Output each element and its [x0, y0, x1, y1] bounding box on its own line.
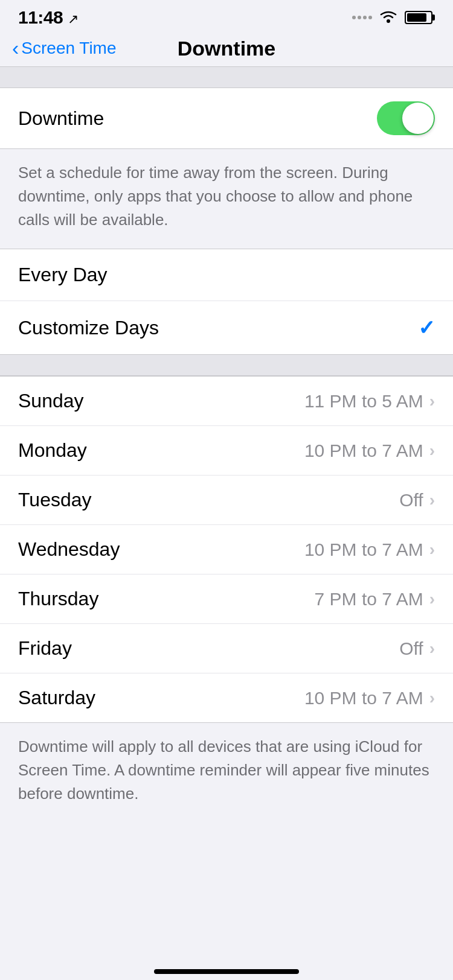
tuesday-row[interactable]: Tuesday Off › — [0, 476, 453, 525]
customize-days-row[interactable]: Customize Days ✓ — [0, 301, 453, 354]
schedule-section: Every Day Customize Days ✓ — [0, 249, 453, 354]
chevron-right-icon: › — [429, 540, 435, 559]
every-day-row[interactable]: Every Day — [0, 249, 453, 301]
back-chevron-icon: ‹ — [12, 37, 19, 58]
time-text: 11:48 — [18, 7, 63, 27]
tuesday-time: Off › — [399, 490, 435, 511]
wednesday-row[interactable]: Wednesday 10 PM to 7 AM › — [0, 525, 453, 574]
friday-time-text: Off — [399, 638, 423, 659]
chevron-right-icon: › — [429, 392, 435, 411]
section-separator — [0, 66, 453, 88]
page-title: Downtime — [178, 37, 275, 60]
section-separator-2 — [0, 354, 453, 376]
tuesday-time-text: Off — [399, 490, 423, 511]
downtime-toggle-row: Downtime — [0, 88, 453, 148]
wifi-icon — [378, 9, 399, 26]
wednesday-label: Wednesday — [18, 538, 120, 561]
thursday-row[interactable]: Thursday 7 PM to 7 AM › — [0, 574, 453, 624]
bottom-spacer — [0, 822, 453, 871]
downtime-label: Downtime — [18, 107, 104, 130]
saturday-time-text: 10 PM to 7 AM — [304, 688, 423, 708]
back-label: Screen Time — [21, 39, 116, 58]
downtime-toggle[interactable] — [377, 101, 435, 135]
signal-icon — [352, 16, 372, 19]
thursday-time: 7 PM to 7 AM › — [315, 589, 435, 609]
days-section: Sunday 11 PM to 5 AM › Monday 10 PM to 7… — [0, 376, 453, 723]
chevron-right-icon: › — [429, 441, 435, 460]
svg-point-0 — [387, 19, 390, 23]
chevron-right-icon: › — [429, 639, 435, 658]
thursday-label: Thursday — [18, 588, 98, 610]
sunday-label: Sunday — [18, 390, 84, 412]
thursday-time-text: 7 PM to 7 AM — [315, 589, 423, 609]
wednesday-time: 10 PM to 7 AM › — [304, 539, 435, 560]
wednesday-time-text: 10 PM to 7 AM — [304, 539, 423, 560]
sunday-row[interactable]: Sunday 11 PM to 5 AM › — [0, 377, 453, 426]
tuesday-label: Tuesday — [18, 489, 92, 511]
status-bar: 11:48 ↗ — [0, 0, 453, 33]
checkmark-icon: ✓ — [418, 316, 435, 340]
battery-icon — [405, 11, 435, 24]
description-text: Set a schedule for time away from the sc… — [18, 161, 435, 232]
home-bar — [154, 969, 299, 974]
chevron-right-icon: › — [429, 689, 435, 708]
saturday-row[interactable]: Saturday 10 PM to 7 AM › — [0, 673, 453, 722]
sunday-time-text: 11 PM to 5 AM — [304, 391, 423, 412]
nav-bar: ‹ Screen Time Downtime — [0, 33, 453, 66]
monday-row[interactable]: Monday 10 PM to 7 AM › — [0, 426, 453, 476]
home-indicator — [0, 957, 453, 980]
saturday-time: 10 PM to 7 AM › — [304, 688, 435, 708]
description-section: Set a schedule for time away from the sc… — [0, 148, 453, 249]
toggle-knob — [402, 103, 434, 134]
status-time: 11:48 ↗ — [18, 7, 79, 28]
footer-note-text: Downtime will apply to all devices that … — [18, 735, 435, 806]
status-icons — [352, 9, 435, 26]
monday-time: 10 PM to 7 AM › — [304, 441, 435, 461]
every-day-label: Every Day — [18, 264, 108, 286]
chevron-right-icon: › — [429, 491, 435, 510]
sunday-time: 11 PM to 5 AM › — [304, 391, 435, 412]
monday-time-text: 10 PM to 7 AM — [304, 441, 423, 461]
friday-label: Friday — [18, 637, 72, 660]
back-button[interactable]: ‹ Screen Time — [12, 39, 117, 58]
customize-days-label: Customize Days — [18, 317, 159, 339]
friday-time: Off › — [399, 638, 435, 659]
saturday-label: Saturday — [18, 687, 95, 709]
location-icon: ↗ — [68, 11, 79, 27]
chevron-right-icon: › — [429, 590, 435, 609]
monday-label: Monday — [18, 439, 87, 462]
footer-note-section: Downtime will apply to all devices that … — [0, 723, 453, 822]
friday-row[interactable]: Friday Off › — [0, 624, 453, 673]
